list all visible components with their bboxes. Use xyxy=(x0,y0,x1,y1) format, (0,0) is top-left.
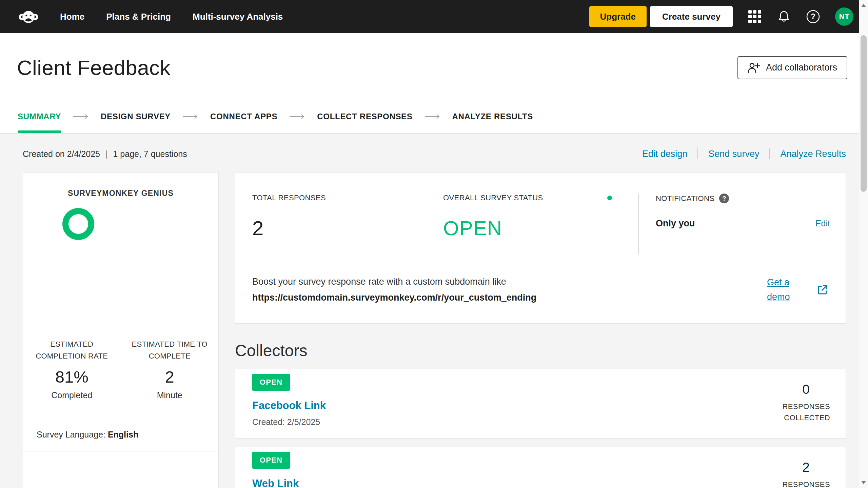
pages-questions-count: 1 page, 7 questions xyxy=(113,149,187,159)
completion-rate-caption: Completed xyxy=(33,390,111,400)
status-open-dot-icon xyxy=(607,196,612,200)
page-header: Client Feedback Add collaborators xyxy=(0,33,859,100)
time-to-complete-caption: Minute xyxy=(131,390,209,400)
nav-item-multi-survey-analysis[interactable]: Multi-survey Analysis xyxy=(193,12,283,22)
tab-connect-apps[interactable]: CONNECT APPS xyxy=(210,100,277,133)
right-column: TOTAL RESPONSES 2 OVERALL SURVEY STATUS … xyxy=(235,172,846,488)
responses-label: RESPONSES COLLECTED xyxy=(772,401,830,423)
completion-rate-stat: ESTIMATED COMPLETION RATE 81% Completed xyxy=(23,338,121,400)
genius-score-ring xyxy=(62,208,94,240)
edit-design-link[interactable]: Edit design xyxy=(642,149,688,159)
total-responses-column: TOTAL RESPONSES 2 xyxy=(235,194,426,255)
page: Home Plans & Pricing Multi-survey Analys… xyxy=(0,0,859,488)
vertical-scrollbar[interactable] xyxy=(859,0,868,488)
survey-status-label: OVERALL SURVEY STATUS xyxy=(443,194,543,202)
get-a-demo-link[interactable]: Get a demo xyxy=(767,275,797,304)
surveymonkey-genius-card: SURVEYMONKEY GENIUS ESTIMATED COMPLETION… xyxy=(23,172,219,488)
promo-actions: Get a demo xyxy=(767,275,829,304)
send-survey-link[interactable]: Send survey xyxy=(708,149,759,159)
created-date: Created on 2/4/2025 xyxy=(23,149,100,159)
survey-status-value: OPEN xyxy=(443,217,638,240)
help-circle-icon[interactable]: ? xyxy=(719,194,729,203)
time-to-complete-label: ESTIMATED TIME TO COMPLETE xyxy=(131,338,209,362)
content-area: SURVEYMONKEY GENIUS ESTIMATED COMPLETION… xyxy=(0,172,859,488)
collector-row: OPEN Web Link Created: 2/4/2025 2 RESPON… xyxy=(235,447,846,488)
total-responses-label: TOTAL RESPONSES xyxy=(252,194,426,202)
external-link-icon[interactable] xyxy=(816,284,829,296)
promo-url: https://customdomain.surveymonkey.com/r/… xyxy=(252,292,536,303)
edit-notifications-link[interactable]: Edit xyxy=(815,219,830,228)
survey-status-column: OVERALL SURVEY STATUS OPEN xyxy=(426,194,638,255)
promo-text: Boost your survey response rate with a c… xyxy=(252,277,536,303)
tab-arrow-icon xyxy=(73,100,88,133)
responses-label: RESPONSES COLLECTED xyxy=(772,479,830,488)
workflow-tabs: SUMMARY DESIGN SURVEY CONNECT APPS COLLE… xyxy=(0,100,859,134)
scrollbar-thumb[interactable] xyxy=(861,35,867,192)
nav-right: Upgrade Create survey ? xyxy=(589,6,853,27)
collector-created-date: Created: 2/5/2025 xyxy=(252,417,326,427)
nav-item-plans-pricing[interactable]: Plans & Pricing xyxy=(106,12,171,22)
responses-count: 2 xyxy=(772,460,830,475)
nav-links: Home Plans & Pricing Multi-survey Analys… xyxy=(60,12,283,22)
notifications-bell-icon[interactable] xyxy=(777,9,791,24)
action-divider xyxy=(769,148,770,159)
scroll-up-arrow-icon[interactable] xyxy=(861,4,866,7)
tab-arrow-icon xyxy=(425,100,440,133)
user-avatar[interactable]: NT xyxy=(835,7,853,26)
genius-title: SURVEYMONKEY GENIUS xyxy=(23,172,218,198)
tab-summary[interactable]: SUMMARY xyxy=(18,100,61,133)
svg-text:?: ? xyxy=(811,12,815,21)
survey-actions: Edit design Send survey Analyze Results xyxy=(642,148,846,159)
survey-language-label: Survey Language: xyxy=(37,430,105,439)
add-collaborators-label: Add collaborators xyxy=(766,62,837,73)
notifications-column: NOTIFICATIONS ? Only you Edit xyxy=(638,194,846,255)
collector-status-badge: OPEN xyxy=(252,374,290,391)
tab-arrow-icon xyxy=(290,100,305,133)
completion-rate-value: 81% xyxy=(33,367,111,386)
help-icon[interactable]: ? xyxy=(806,9,820,24)
collector-info: OPEN Facebook Link Created: 2/5/2025 xyxy=(252,374,326,427)
survey-title: Client Feedback xyxy=(17,56,171,80)
collector-responses: 0 RESPONSES COLLECTED xyxy=(772,374,830,427)
nav-item-home[interactable]: Home xyxy=(60,12,84,22)
tab-analyze-results[interactable]: ANALYZE RESULTS xyxy=(452,100,533,133)
genius-stats: ESTIMATED COMPLETION RATE 81% Completed … xyxy=(23,338,218,400)
collectors-heading: Collectors xyxy=(235,341,846,360)
apps-grid-icon[interactable] xyxy=(748,9,762,24)
responses-count: 0 xyxy=(772,382,830,397)
custom-subdomain-promo: Boost your survey response rate with a c… xyxy=(235,260,846,323)
top-nav: Home Plans & Pricing Multi-survey Analys… xyxy=(0,0,859,33)
collector-name-link[interactable]: Facebook Link xyxy=(252,400,326,412)
time-to-complete-stat: ESTIMATED TIME TO COMPLETE 2 Minute xyxy=(121,338,219,400)
survey-meta: Created on 2/4/2025 | 1 page, 7 question… xyxy=(23,149,187,159)
meta-separator: | xyxy=(105,149,108,159)
surveymonkey-logo-icon[interactable] xyxy=(19,9,38,24)
tab-design-survey[interactable]: DESIGN SURVEY xyxy=(101,100,171,133)
collector-row: OPEN Facebook Link Created: 2/5/2025 0 R… xyxy=(235,369,846,439)
notifications-label: NOTIFICATIONS xyxy=(656,194,714,203)
collector-name-link[interactable]: Web Link xyxy=(252,477,320,488)
action-divider xyxy=(697,148,698,159)
meta-row: Created on 2/4/2025 | 1 page, 7 question… xyxy=(0,134,859,172)
collector-status-badge: OPEN xyxy=(252,452,290,469)
add-collaborator-icon xyxy=(748,62,760,73)
scroll-down-arrow-icon[interactable] xyxy=(861,481,866,484)
survey-language-row: Survey Language: English xyxy=(23,418,218,451)
create-survey-button[interactable]: Create survey xyxy=(650,6,733,27)
add-collaborators-button[interactable]: Add collaborators xyxy=(737,56,847,79)
promo-line1: Boost your survey response rate with a c… xyxy=(252,277,536,287)
tab-arrow-icon xyxy=(183,100,198,133)
survey-status-card: TOTAL RESPONSES 2 OVERALL SURVEY STATUS … xyxy=(235,172,846,324)
status-columns: TOTAL RESPONSES 2 OVERALL SURVEY STATUS … xyxy=(235,172,846,255)
collector-info: OPEN Web Link Created: 2/4/2025 xyxy=(252,452,320,488)
upgrade-button[interactable]: Upgrade xyxy=(589,6,647,27)
completion-rate-label: ESTIMATED COMPLETION RATE xyxy=(33,338,111,362)
notifications-value: Only you xyxy=(656,218,695,229)
tab-collect-responses[interactable]: COLLECT RESPONSES xyxy=(317,100,412,133)
survey-language-value: English xyxy=(108,430,138,439)
collector-responses: 2 RESPONSES COLLECTED xyxy=(772,452,830,488)
time-to-complete-value: 2 xyxy=(131,367,209,386)
total-responses-value: 2 xyxy=(252,217,426,240)
nav-buttons: Upgrade Create survey xyxy=(589,6,733,27)
analyze-results-link[interactable]: Analyze Results xyxy=(780,149,846,159)
